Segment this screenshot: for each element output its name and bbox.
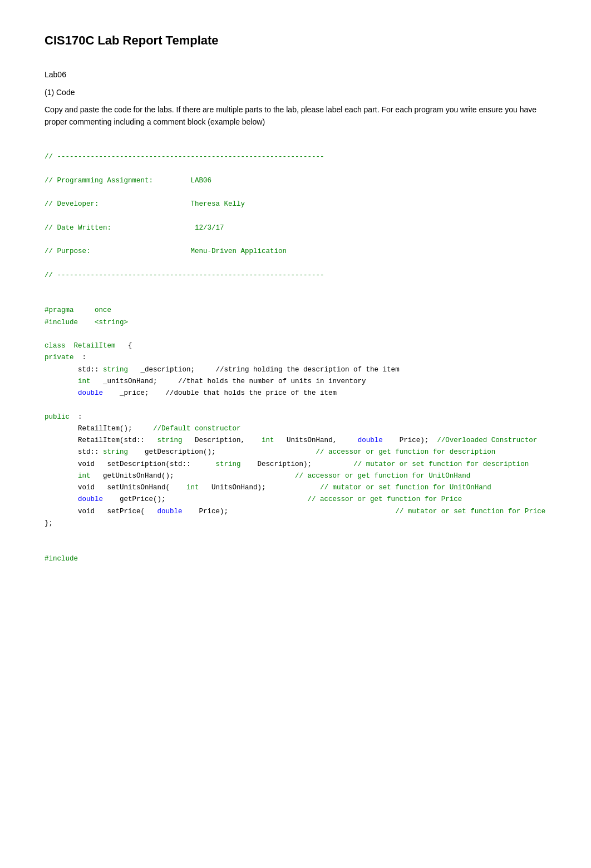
page-title: CIS170C Lab Report Template (45, 33, 546, 48)
type-string-1: string (103, 366, 128, 374)
type-int-2: int (262, 437, 274, 444)
comment-set-price: // mutator or set function for Price (395, 508, 545, 515)
comment-developer: // Developer: Theresa Kelly (45, 200, 245, 208)
comment-line-2: // -------------------------------------… (45, 271, 324, 279)
type-double-1: double (78, 389, 103, 397)
comment-get-price: // accessor or get function for Price (308, 495, 462, 503)
comment-get-units: // accessor or get function for UnitOnHa… (295, 472, 470, 480)
comment-default-ctor: //Default constructor (153, 425, 241, 433)
type-int-4: int (186, 484, 199, 492)
class-name: RetailItem (74, 342, 116, 350)
comment-set-desc: // mutator or set function for descripti… (353, 460, 529, 468)
comment-programming: // Programming Assignment: LAB06 (45, 177, 211, 185)
comment-get-desc: // accessor or get function for descript… (316, 448, 496, 456)
type-double-2: double (358, 437, 383, 444)
comment-purpose: // Purpose: Menu-Driven Application (45, 247, 287, 255)
type-int-3: int (78, 472, 91, 480)
type-int-1: int (78, 378, 91, 385)
public-keyword: public (45, 413, 70, 421)
code-block: // -------------------------------------… (45, 140, 546, 565)
section-label: (1) Code (45, 88, 546, 97)
private-keyword: private (45, 354, 74, 361)
pragma-line: #pragma once (45, 306, 111, 314)
type-string-3: string (103, 448, 128, 456)
comment-line-1: // -------------------------------------… (45, 153, 324, 161)
type-string-4: string (216, 460, 241, 468)
class-keyword: class (45, 342, 66, 350)
type-string-2: string (157, 437, 183, 444)
comment-overloaded-ctor: //Overloaded Constructor (437, 437, 537, 444)
type-double-4: double (157, 508, 183, 515)
comment-set-units: // mutator or set function for UnitOnHan… (320, 484, 491, 492)
include-line-2: #include (45, 555, 78, 563)
include-string-line: #include <string> (45, 319, 128, 326)
lab-label: Lab06 (45, 70, 546, 79)
comment-date: // Date Written: 12/3/17 (45, 224, 224, 232)
description-text: Copy and paste the code for the labs. If… (45, 103, 546, 128)
type-double-3: double (78, 495, 103, 503)
